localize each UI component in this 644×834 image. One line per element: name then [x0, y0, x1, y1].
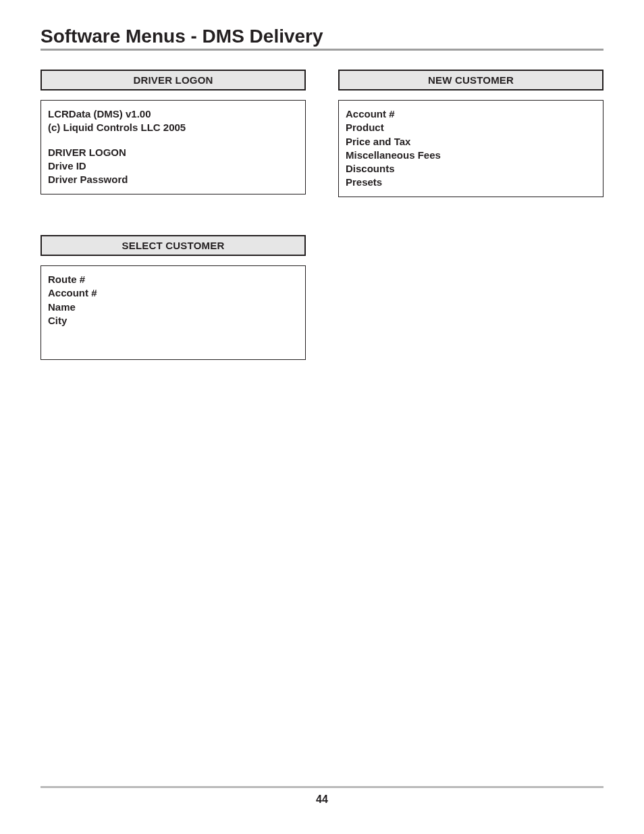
select-customer-line: Account #	[48, 286, 298, 300]
driver-logon-line: DRIVER LOGON	[48, 146, 298, 159]
columns-container: DRIVER LOGON LCRData (DMS) v1.00 (c) Liq…	[41, 70, 603, 400]
new-customer-line: Price and Tax	[346, 135, 596, 149]
left-column: DRIVER LOGON LCRData (DMS) v1.00 (c) Liq…	[41, 70, 306, 400]
new-customer-line: Product	[346, 121, 596, 134]
driver-logon-body: LCRData (DMS) v1.00 (c) Liquid Controls …	[41, 100, 306, 194]
title-rule	[41, 49, 603, 51]
driver-logon-block: DRIVER LOGON LCRData (DMS) v1.00 (c) Liq…	[41, 70, 306, 194]
right-column: NEW CUSTOMER Account # Product Price and…	[338, 70, 603, 400]
new-customer-line: Presets	[346, 176, 596, 189]
new-customer-line: Account #	[346, 107, 596, 121]
page-footer: 44	[41, 786, 603, 806]
driver-logon-header: DRIVER LOGON	[41, 70, 306, 90]
new-customer-line: Miscellaneous Fees	[346, 149, 596, 162]
new-customer-block: NEW CUSTOMER Account # Product Price and…	[338, 70, 603, 197]
footer-rule	[41, 786, 603, 788]
select-customer-header: SELECT CUSTOMER	[41, 235, 306, 256]
driver-logon-line: LCRData (DMS) v1.00	[48, 107, 298, 121]
page-number: 44	[41, 793, 603, 806]
select-customer-line: Route #	[48, 273, 298, 286]
new-customer-line: Discounts	[346, 162, 596, 176]
select-customer-body: Route # Account # Name City	[41, 265, 306, 360]
driver-logon-line: Driver Password	[48, 173, 298, 186]
page-title: Software Menus - DMS Delivery	[41, 26, 603, 47]
new-customer-header: NEW CUSTOMER	[338, 70, 603, 90]
select-customer-line: City	[48, 314, 298, 328]
driver-logon-line: (c) Liquid Controls LLC 2005	[48, 121, 298, 134]
select-customer-line: Name	[48, 301, 298, 314]
select-customer-block: SELECT CUSTOMER Route # Account # Name C…	[41, 235, 306, 360]
new-customer-body: Account # Product Price and Tax Miscella…	[338, 100, 603, 197]
driver-logon-line: Drive ID	[48, 159, 298, 173]
